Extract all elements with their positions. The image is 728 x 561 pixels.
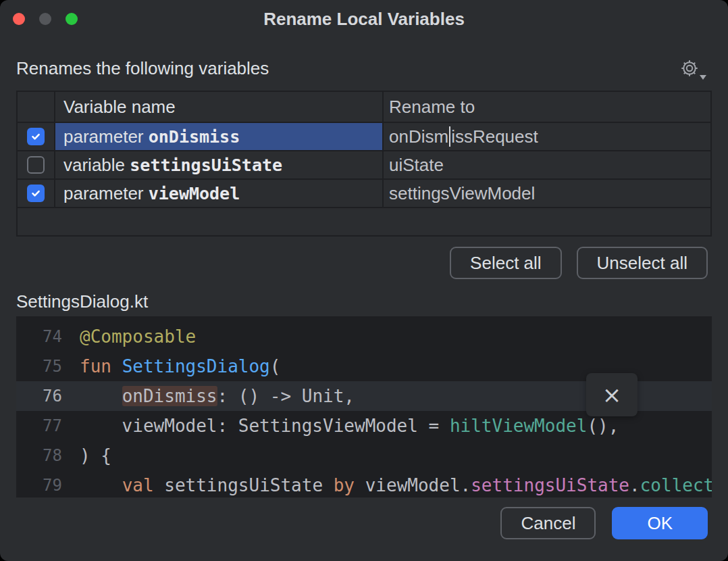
- code-token: onDismiss: [122, 386, 217, 406]
- rename-local-variables-dialog: Rename Local Variables Renames the follo…: [0, 0, 728, 561]
- code-token: collect: [640, 475, 712, 495]
- close-hint-button[interactable]: ×: [586, 373, 638, 416]
- code-token: : () -> Unit,: [217, 386, 355, 406]
- titlebar: Rename Local Variables: [0, 0, 728, 38]
- preview-file-name: SettingsDialog.kt: [16, 291, 712, 312]
- line-number: 78: [16, 441, 80, 470]
- header-label: Renames the following variables: [16, 58, 269, 79]
- code-token: @Composable: [80, 326, 196, 347]
- code-token: viewModel.: [365, 475, 471, 495]
- code-line: 79 val settingsUiState by viewModel.sett…: [16, 470, 712, 497]
- ok-button[interactable]: OK: [612, 507, 708, 539]
- rename-to-cell[interactable]: uiState: [384, 151, 710, 178]
- line-number: 76: [16, 381, 80, 411]
- cancel-button[interactable]: Cancel: [500, 507, 596, 539]
- checkbox-cell: [18, 180, 55, 207]
- close-window-button[interactable]: [13, 13, 25, 25]
- rename-text: settingsViewModel: [389, 183, 535, 204]
- unselect-all-button[interactable]: Unselect all: [577, 247, 708, 279]
- line-number: 79: [16, 470, 80, 497]
- checkbox-cell: [18, 123, 55, 150]
- rename-to-cell[interactable]: onDismissRequest: [384, 123, 710, 150]
- code-token: (: [270, 356, 281, 376]
- variable-name-cell[interactable]: parameter onDismiss: [55, 123, 384, 150]
- line-number: 75: [16, 351, 80, 381]
- code-token: val: [122, 475, 165, 495]
- code-token: viewModel: SettingsViewModel =: [80, 416, 450, 436]
- variable-kind: parameter: [63, 183, 149, 204]
- code-token: [80, 475, 122, 495]
- dialog-footer: Cancel OK: [20, 507, 708, 539]
- header-row: Renames the following variables: [16, 57, 712, 80]
- table-header-row: Variable name Rename to: [18, 92, 710, 123]
- variable-name-cell[interactable]: parameter viewModel: [55, 180, 384, 207]
- variable-name-cell[interactable]: variable settingsUiState: [55, 151, 384, 178]
- code-token: (),: [587, 416, 619, 436]
- window-title: Rename Local Variables: [263, 9, 465, 30]
- code-token: settingsUiState: [164, 475, 333, 495]
- line-number: 74: [16, 322, 80, 351]
- check-icon: [30, 131, 41, 142]
- code-token: fun: [80, 356, 122, 376]
- select-all-button[interactable]: Select all: [450, 247, 562, 279]
- checkbox-column-header: [18, 92, 55, 122]
- code-token: by: [334, 475, 365, 495]
- row-checkbox[interactable]: [27, 185, 45, 202]
- variable-name: viewModel: [149, 184, 240, 203]
- column-header-rename-to: Rename to: [384, 92, 710, 122]
- traffic-lights: [13, 13, 78, 25]
- table-row[interactable]: parameter onDismissonDismissRequest: [18, 123, 710, 151]
- code-line: 78) {: [16, 441, 712, 470]
- code-line: 74@Composable: [16, 322, 712, 351]
- line-number: 77: [16, 411, 80, 441]
- table-body: parameter onDismissonDismissRequestvaria…: [18, 123, 710, 208]
- row-checkbox[interactable]: [27, 156, 45, 174]
- table-row[interactable]: parameter viewModelsettingsViewModel: [18, 180, 710, 208]
- minimize-window-button[interactable]: [39, 13, 51, 25]
- selection-buttons: Select all Unselect all: [20, 247, 708, 279]
- text-caret: [449, 126, 450, 147]
- gear-icon[interactable]: [678, 57, 701, 80]
- variable-kind: parameter: [63, 126, 149, 147]
- code-token: [80, 386, 122, 406]
- code-token: .: [629, 475, 640, 495]
- table-row[interactable]: variable settingsUiStateuiState: [18, 151, 710, 180]
- checkbox-cell: [18, 151, 55, 178]
- row-checkbox[interactable]: [27, 128, 45, 145]
- column-header-variable-name: Variable name: [55, 92, 384, 122]
- zoom-window-button[interactable]: [66, 13, 78, 25]
- check-icon: [30, 188, 41, 199]
- table-empty-area: [18, 208, 710, 235]
- code-text: ) {: [80, 441, 712, 470]
- code-token: hiltViewModel: [450, 416, 588, 436]
- rename-text: issRequest: [451, 126, 538, 147]
- code-token: SettingsDialog: [122, 356, 270, 376]
- code-preview-editor[interactable]: 74@Composable75fun SettingsDialog(76 onD…: [16, 316, 712, 497]
- code-text: @Composable: [80, 322, 712, 351]
- code-text: val settingsUiState by viewModel.setting…: [80, 470, 712, 497]
- code-token: settingsUiState: [471, 475, 629, 495]
- variable-name: onDismiss: [149, 127, 240, 147]
- variable-name: settingsUiState: [130, 155, 282, 175]
- close-icon: ×: [602, 383, 622, 406]
- rename-to-cell[interactable]: settingsViewModel: [384, 180, 710, 207]
- rename-text: uiState: [389, 155, 444, 176]
- code-token: ) {: [80, 445, 111, 466]
- rename-text: onDism: [389, 126, 448, 147]
- variable-kind: variable: [63, 155, 130, 176]
- rename-table: Variable name Rename to parameter onDism…: [16, 91, 712, 237]
